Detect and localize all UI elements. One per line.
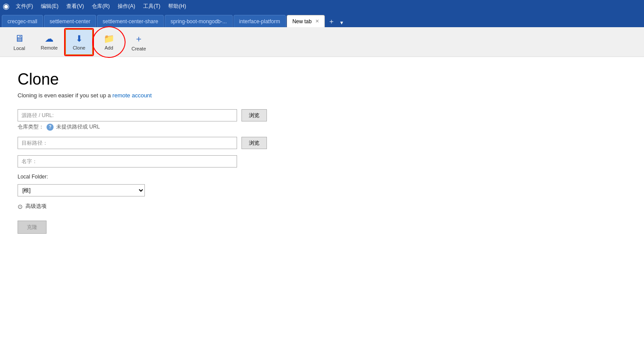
browse-dest-button[interactable]: 浏览: [241, 137, 267, 149]
browse-source-button[interactable]: 浏览: [241, 109, 267, 121]
clone-icon: ⬇: [76, 33, 83, 44]
tab-crecgec-mall[interactable]: crecgec-mall: [2, 15, 43, 27]
monitor-icon: 🖥: [14, 33, 24, 44]
add-button[interactable]: 📁 Add: [95, 29, 123, 55]
app-logo: ◉: [3, 1, 10, 11]
create-icon: ＋: [134, 33, 143, 45]
menu-view[interactable]: 查看(V): [63, 1, 87, 11]
menu-bar: ◉ 文件(F) 编辑(E) 查看(V) 仓库(R) 操作(A) 工具(T) 帮助…: [0, 0, 644, 12]
tab-dropdown-button[interactable]: ▾: [337, 18, 347, 27]
remote-button[interactable]: ☁ Remote: [35, 29, 63, 55]
menu-tools[interactable]: 工具(T): [140, 1, 164, 11]
local-button[interactable]: 🖥 Local: [5, 29, 33, 55]
dest-path-group: 浏览: [18, 137, 626, 149]
tab-close-icon[interactable]: ✕: [315, 18, 319, 24]
folder-icon: 📁: [104, 33, 115, 44]
source-url-row: 浏览: [18, 109, 626, 121]
repo-type-row: 仓库类型： ? 未提供路径或 URL: [18, 123, 626, 131]
tab-interface-platform[interactable]: interface-platform: [234, 15, 286, 27]
tab-add-button[interactable]: ＋: [326, 16, 337, 27]
menu-help[interactable]: 帮助(H): [165, 1, 190, 11]
name-row: [18, 155, 626, 168]
local-folder-group: Local Folder: [根]: [18, 174, 626, 196]
tab-settlement-center-share[interactable]: settlement-center-share: [97, 15, 164, 27]
clone-button[interactable]: ⬇ Clone: [65, 29, 93, 55]
source-url-group: 浏览 仓库类型： ? 未提供路径或 URL: [18, 109, 626, 131]
clone-submit-button[interactable]: 克隆: [18, 221, 47, 234]
local-folder-label: Local Folder:: [18, 174, 626, 180]
dest-path-input[interactable]: [18, 137, 237, 149]
chevron-down-icon: ⊙: [18, 203, 23, 210]
page-title: Clone: [18, 70, 626, 89]
name-group: [18, 155, 626, 168]
menu-file[interactable]: 文件(F): [12, 1, 36, 11]
name-input[interactable]: [18, 155, 237, 168]
source-url-input[interactable]: [18, 109, 237, 121]
cloud-icon: ☁: [45, 33, 54, 44]
local-folder-select-wrapper: [根]: [18, 184, 145, 196]
help-icon: ?: [47, 124, 54, 131]
tabs-bar: crecgec-mall settlement-center settlemen…: [0, 12, 644, 27]
menu-edit[interactable]: 编辑(E): [37, 1, 62, 11]
page-subtitle: Cloning is even easier if you set up a r…: [18, 92, 626, 99]
main-content: Clone Cloning is even easier if you set …: [0, 57, 644, 247]
tab-spring-boot-mongodb[interactable]: spring-boot-mongodb-...: [165, 15, 232, 27]
remote-account-link[interactable]: remote account: [112, 92, 152, 99]
local-folder-select[interactable]: [根]: [18, 184, 145, 196]
tab-settlement-center[interactable]: settlement-center: [44, 15, 96, 27]
clone-submit-wrapper: 克隆: [18, 221, 626, 234]
advanced-options-toggle[interactable]: ⊙ 高级选项: [18, 203, 626, 210]
tab-new-tab[interactable]: New tab ✕: [287, 15, 325, 27]
toolbar: 🖥 Local ☁ Remote ⬇ Clone 📁 Add ＋ Create: [0, 27, 644, 57]
create-button[interactable]: ＋ Create: [125, 29, 153, 55]
menu-action[interactable]: 操作(A): [114, 1, 139, 11]
dest-path-row: 浏览: [18, 137, 626, 149]
menu-repo[interactable]: 仓库(R): [88, 1, 113, 11]
